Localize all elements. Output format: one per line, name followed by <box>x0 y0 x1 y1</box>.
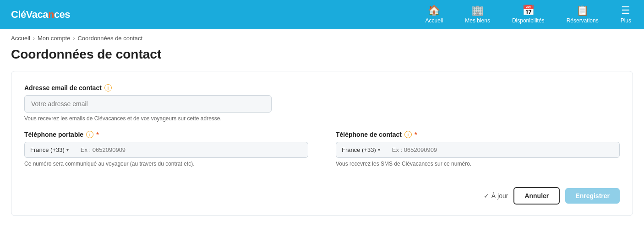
phone-row: Téléphone portable i * France (+33) ▾ Ce… <box>24 131 620 167</box>
email-input[interactable] <box>24 95 272 113</box>
status-label: À jour <box>491 192 508 199</box>
phone-mobile-country-select[interactable]: France (+33) ▾ <box>24 142 74 158</box>
phone-contact-country-select[interactable]: France (+33) ▾ <box>336 142 386 158</box>
calendar-icon: 📅 <box>522 5 535 16</box>
nav-label-accueil: Accueil <box>426 17 443 24</box>
nav-label-plus: Plus <box>621 17 631 24</box>
breadcrumb: Accueil › Mon compte › Coordonnées de co… <box>0 29 644 43</box>
phone-contact-label: Téléphone de contact i * <box>336 131 620 138</box>
phone-mobile-hint: Ce numéro sera communiqué au voyageur (a… <box>24 161 308 167</box>
navbar: CléVacances 🏠 Accueil 🏢 Mes biens 📅 Disp… <box>0 0 644 29</box>
logo-text: Clé <box>11 9 26 20</box>
email-section: Adresse email de contact i Vous recevrez… <box>24 84 620 122</box>
email-hint: Vous recevrez les emails de Clévacances … <box>24 115 620 122</box>
phone-contact-country-label: France (+33) <box>342 146 376 153</box>
phone-contact-required: * <box>415 131 417 138</box>
nav-items: 🏠 Accueil 🏢 Mes biens 📅 Disponibilités 📋… <box>424 2 633 27</box>
phone-mobile-label: Téléphone portable i * <box>24 131 308 138</box>
phone-mobile-country-label: France (+33) <box>30 146 65 153</box>
nav-item-plus[interactable]: ☰ Plus <box>619 2 633 27</box>
nav-label-mes-biens: Mes biens <box>465 17 490 24</box>
phone-contact-info-icon[interactable]: i <box>404 131 412 138</box>
page-title: Coordonnées de contact <box>0 43 644 71</box>
contact-form-card: Adresse email de contact i Vous recevrez… <box>11 71 633 216</box>
email-field-label: Adresse email de contact i <box>24 84 620 92</box>
clipboard-icon: 📋 <box>576 5 589 16</box>
phone-mobile-required: * <box>96 131 98 138</box>
nav-item-reservations[interactable]: 📋 Réservations <box>565 2 600 27</box>
save-button[interactable]: Enregistrer <box>565 188 620 204</box>
breadcrumb-mon-compte[interactable]: Mon compte <box>38 35 71 42</box>
cancel-button[interactable]: Annuler <box>513 187 560 205</box>
phone-mobile-input-group: France (+33) ▾ <box>24 142 308 158</box>
phone-contact-chevron-icon: ▾ <box>378 147 380 152</box>
menu-icon: ☰ <box>621 5 630 16</box>
nav-item-mes-biens[interactable]: 🏢 Mes biens <box>463 2 492 27</box>
phone-contact-input-group: France (+33) ▾ <box>336 142 620 158</box>
phone-mobile-chevron-icon: ▾ <box>66 147 69 152</box>
nav-label-disponibilites: Disponibilités <box>512 17 545 24</box>
home-icon: 🏠 <box>428 5 440 16</box>
status-area: ✓ À jour <box>484 192 508 199</box>
footer-actions: ✓ À jour Annuler Enregistrer <box>24 180 620 205</box>
phone-mobile-input[interactable] <box>74 142 308 158</box>
breadcrumb-current: Coordonnées de contact <box>77 35 142 42</box>
building-icon: 🏢 <box>471 5 484 16</box>
phone-contact-col: Téléphone de contact i * France (+33) ▾ … <box>336 131 620 167</box>
checkmark-icon: ✓ <box>484 192 489 199</box>
phone-mobile-col: Téléphone portable i * France (+33) ▾ Ce… <box>24 131 308 167</box>
phone-contact-input[interactable] <box>386 142 620 158</box>
breadcrumb-sep-2: › <box>73 35 75 42</box>
logo[interactable]: CléVacances <box>11 9 424 21</box>
phone-contact-hint: Vous recevrez les SMS de Clévacances sur… <box>336 161 620 167</box>
nav-item-disponibilites[interactable]: 📅 Disponibilités <box>510 2 546 27</box>
breadcrumb-sep-1: › <box>33 35 35 42</box>
phone-mobile-info-icon[interactable]: i <box>86 131 93 138</box>
nav-label-reservations: Réservations <box>567 17 599 24</box>
main-content: Adresse email de contact i Vous recevrez… <box>0 71 644 227</box>
breadcrumb-accueil[interactable]: Accueil <box>11 35 30 42</box>
nav-item-accueil[interactable]: 🏠 Accueil <box>424 2 445 27</box>
email-info-icon[interactable]: i <box>104 84 112 92</box>
